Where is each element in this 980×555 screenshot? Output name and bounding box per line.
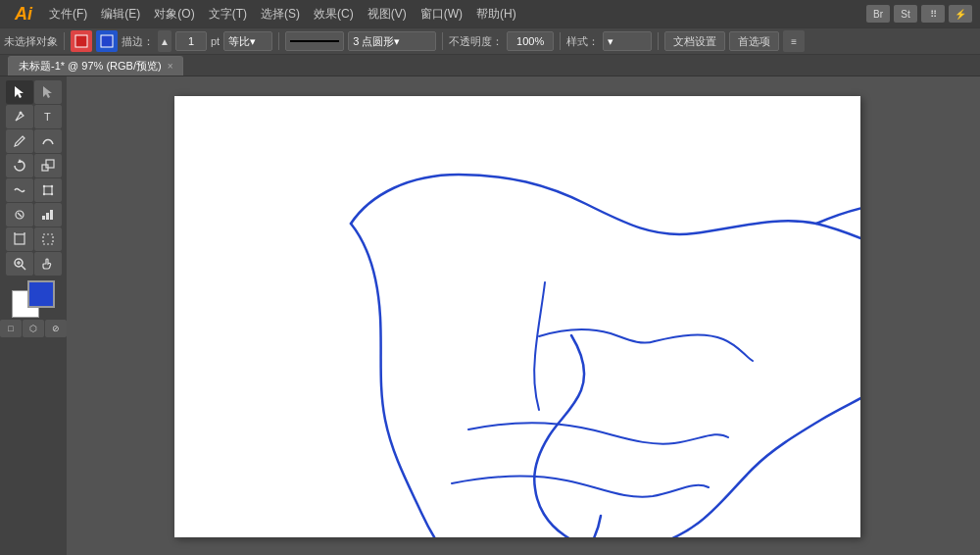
canvas-area [67, 76, 980, 555]
app-logo: Ai [8, 4, 39, 25]
menu-effect[interactable]: 效果(C) [308, 4, 360, 25]
document-tab[interactable]: 未标题-1* @ 97% (RGB/预览) × [8, 56, 183, 76]
tool-row-2: T [2, 105, 65, 128]
menu-text[interactable]: 文字(T) [203, 4, 253, 25]
symbol-tool[interactable] [6, 203, 33, 227]
divider-1 [64, 32, 65, 50]
foreground-color-box[interactable] [27, 280, 55, 308]
tab-bar: 未标题-1* @ 97% (RGB/预览) × [0, 55, 980, 76]
graph-tool[interactable] [34, 203, 62, 227]
tab-close-btn[interactable]: × [168, 61, 173, 72]
tool-row-8 [2, 252, 65, 276]
menu-help[interactable]: 帮助(H) [470, 4, 522, 25]
menu-bar: 文件(F) 编辑(E) 对象(O) 文字(T) 选择(S) 效果(C) 视图(V… [43, 4, 866, 25]
svg-rect-0 [75, 35, 87, 47]
svg-rect-1 [101, 35, 113, 47]
menu-select[interactable]: 选择(S) [255, 4, 306, 25]
svg-rect-16 [42, 216, 45, 220]
no-select-label: 未选择对象 [4, 34, 58, 49]
fill-mode-btn[interactable]: □ [0, 320, 22, 337]
tools-panel: T [0, 76, 67, 555]
canvas-wrapper [76, 86, 970, 545]
color-boxes [12, 280, 55, 318]
tool-row-7 [2, 227, 65, 251]
none-mode-btn[interactable]: ⊘ [45, 320, 67, 337]
direct-select-tool[interactable] [34, 80, 62, 104]
proportion-select[interactable]: 等比 ▾ [223, 31, 272, 51]
svg-line-24 [22, 266, 25, 270]
toolbar: 未选择对象 描边： ▲ pt 等比 ▾ 3 点圆形 ▾ 不透明度： 样式： ▾ … [0, 27, 980, 55]
preferences-btn[interactable]: 首选项 [729, 31, 779, 51]
svg-point-10 [42, 185, 44, 187]
extra-button[interactable]: ⚡ [949, 5, 972, 23]
menu-object[interactable]: 对象(O) [148, 4, 200, 25]
tool-row-4 [2, 154, 65, 177]
arrange-btn[interactable]: ≡ [783, 30, 805, 52]
slice-tool[interactable] [34, 227, 62, 251]
stroke-label: 描边： [122, 34, 154, 49]
svg-point-12 [42, 193, 44, 195]
tab-title: 未标题-1* @ 97% (RGB/预览) [19, 59, 162, 74]
svg-line-15 [18, 213, 22, 217]
workspace-button[interactable]: ⠿ [921, 5, 945, 23]
title-bar: Ai 文件(F) 编辑(E) 对象(O) 文字(T) 选择(S) 效果(C) 视… [0, 0, 980, 27]
style-select[interactable]: ▾ [603, 31, 652, 51]
svg-rect-22 [43, 234, 53, 244]
svg-text:T: T [44, 111, 51, 123]
svg-point-4 [19, 112, 22, 115]
stroke-value-input[interactable] [175, 31, 207, 51]
smooth-tool[interactable] [34, 129, 62, 153]
drawing-svg [174, 96, 860, 537]
stock-button[interactable]: St [894, 5, 917, 23]
opacity-label: 不透明度： [449, 34, 503, 49]
opacity-input[interactable] [507, 31, 554, 51]
scale-tool[interactable] [34, 154, 62, 177]
divider-2 [278, 32, 279, 50]
pencil-tool[interactable] [6, 129, 33, 153]
svg-marker-2 [15, 86, 24, 98]
color-mode-row: □ ⬡ ⊘ [0, 320, 67, 337]
divider-3 [442, 32, 443, 50]
divider-4 [560, 32, 561, 50]
stroke-style-select[interactable]: 3 点圆形 ▾ [348, 31, 436, 51]
svg-rect-8 [46, 160, 54, 168]
menu-window[interactable]: 窗口(W) [415, 4, 468, 25]
doc-settings-btn[interactable]: 文档设置 [664, 31, 725, 51]
style-label: 样式： [566, 34, 599, 49]
stroke-unit: pt [211, 35, 220, 47]
svg-point-11 [50, 185, 52, 187]
fill-color-swatch[interactable] [71, 30, 92, 52]
hand-tool[interactable] [34, 252, 62, 276]
divider-5 [658, 32, 659, 50]
tool-row-5 [2, 178, 65, 202]
warp-tool[interactable] [6, 178, 33, 202]
stroke-mode-btn[interactable]: ⬡ [23, 320, 44, 337]
svg-rect-9 [44, 186, 52, 194]
stroke-color-swatch[interactable] [96, 30, 118, 52]
type-tool[interactable]: T [34, 105, 62, 128]
tool-row-3 [2, 129, 65, 153]
rotate-tool[interactable] [6, 154, 33, 177]
svg-rect-19 [15, 234, 24, 244]
menu-edit[interactable]: 编辑(E) [95, 4, 146, 25]
stroke-line-preview [285, 31, 344, 51]
svg-rect-18 [50, 210, 53, 220]
artboard-tool[interactable] [6, 227, 33, 251]
svg-point-13 [50, 193, 52, 195]
main-area: T [0, 76, 980, 555]
title-bar-right: Br St ⠿ ⚡ [866, 5, 972, 23]
free-transform-tool[interactable] [34, 178, 62, 202]
stroke-up-btn[interactable]: ▲ [158, 30, 172, 52]
tool-row-6 [2, 203, 65, 227]
bridge-button[interactable]: Br [866, 5, 890, 23]
zoom-tool[interactable] [6, 252, 33, 276]
menu-view[interactable]: 视图(V) [362, 4, 413, 25]
color-section: □ ⬡ ⊘ [2, 280, 65, 337]
svg-marker-3 [43, 86, 52, 98]
tool-row-1 [2, 80, 65, 104]
svg-rect-17 [46, 213, 49, 220]
select-tool[interactable] [6, 80, 33, 104]
pen-tool[interactable] [6, 105, 33, 128]
menu-file[interactable]: 文件(F) [43, 4, 93, 25]
